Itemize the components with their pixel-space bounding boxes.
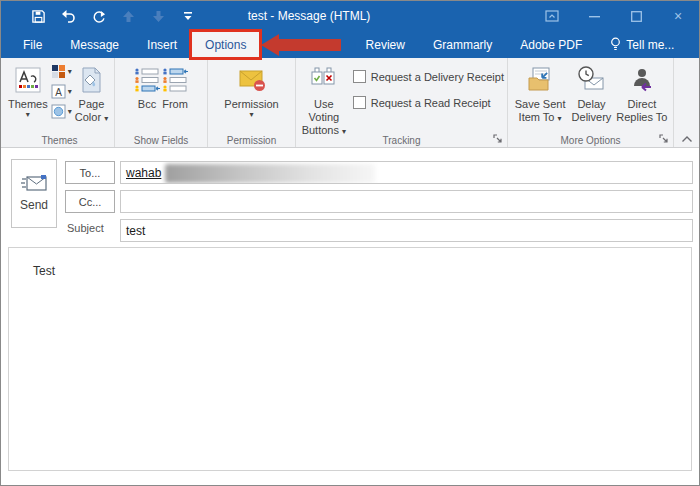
direct-label-line1: Direct	[628, 98, 657, 111]
bcc-icon	[133, 67, 161, 93]
bcc-label: Bcc	[138, 98, 156, 111]
themes-button[interactable]: Themes ▾	[8, 60, 48, 119]
direct-label-line2: Replies To	[616, 111, 667, 124]
undo-icon	[60, 9, 76, 23]
dropdown-caret: ▾	[26, 111, 30, 119]
window-title: test - Message (HTML)	[248, 9, 371, 23]
message-body[interactable]: Test	[8, 247, 692, 471]
body-text: Test	[33, 264, 55, 278]
previous-item-icon	[122, 10, 135, 23]
tab-review[interactable]: Review	[352, 31, 419, 58]
page-color-label-line2: Color ▾	[75, 111, 108, 124]
send-label: Send	[20, 198, 48, 212]
ribbon-group-show-fields: Bcc From Show Fields	[115, 58, 208, 147]
delivery-receipt-label: Request a Delivery Receipt	[371, 71, 504, 83]
to-button-label: To...	[80, 167, 101, 179]
more-options-dialog-launcher[interactable]	[659, 134, 669, 144]
dropdown-caret: ▾	[68, 108, 72, 116]
delivery-receipt-checkbox[interactable]	[353, 70, 366, 83]
save-icon	[31, 9, 46, 24]
read-receipt-checkbox[interactable]	[353, 96, 366, 109]
dropdown-caret: ▾	[249, 111, 253, 119]
tab-adobe-pdf[interactable]: Adobe PDF	[506, 31, 596, 58]
direct-replies-to-button[interactable]: Direct Replies To	[614, 60, 670, 124]
tab-options[interactable]: Options	[191, 31, 260, 58]
to-button[interactable]: To...	[65, 161, 115, 184]
ribbon-group-more-options: Save Sent Item To ▾ Delay Delivery Direc…	[508, 58, 674, 147]
lightbulb-icon	[610, 37, 621, 52]
from-button[interactable]: From	[161, 60, 189, 111]
theme-effects-button[interactable]: ▾	[50, 102, 73, 121]
direct-replies-icon	[629, 67, 655, 93]
voting-label-line1: Use Voting	[299, 98, 349, 124]
collapse-ribbon-button[interactable]	[681, 135, 693, 143]
undo-button[interactable]	[55, 5, 81, 27]
compose-header: Send To... wahab Cc... Subject test	[1, 148, 699, 247]
collapse-ribbon-icon	[681, 135, 693, 143]
tracking-dialog-launcher[interactable]	[493, 134, 503, 144]
delay-label-line2: Delivery	[572, 111, 612, 124]
from-label: From	[162, 98, 188, 111]
permission-button[interactable]: Permission ▾	[224, 60, 278, 119]
from-icon	[161, 67, 189, 93]
read-receipt-option[interactable]: Request a Read Receipt	[353, 92, 504, 113]
tab-file[interactable]: File	[9, 31, 56, 58]
permission-group-label: Permission	[208, 135, 295, 146]
customize-qat-icon	[183, 11, 193, 21]
to-field[interactable]: wahab	[120, 161, 693, 184]
tab-grammarly[interactable]: Grammarly	[419, 31, 506, 58]
theme-fonts-icon: A	[51, 84, 66, 99]
tracking-checkboxes: Request a Delivery Receipt Request a Rea…	[353, 66, 504, 118]
bcc-button[interactable]: Bcc	[133, 60, 161, 111]
cc-button[interactable]: Cc...	[65, 190, 115, 213]
minimize-button[interactable]	[573, 1, 615, 31]
window-controls: ×	[531, 1, 699, 31]
theme-colors-icon	[51, 64, 66, 79]
save-button[interactable]	[25, 5, 51, 27]
previous-item-button[interactable]	[115, 5, 141, 27]
redo-icon	[91, 9, 106, 24]
voting-buttons-icon	[310, 67, 338, 93]
dialog-launcher-icon	[659, 134, 669, 144]
page-color-button[interactable]: Page Color ▾	[75, 60, 108, 124]
send-button[interactable]: Send	[11, 159, 57, 228]
quick-access-toolbar	[25, 5, 201, 27]
delay-delivery-icon	[576, 66, 606, 94]
show-fields-group-label: Show Fields	[115, 135, 207, 146]
next-item-icon	[152, 10, 165, 23]
ribbon-group-tracking: Use Voting Buttons ▾ Request a Delivery …	[296, 58, 508, 147]
delay-label-line1: Delay	[577, 98, 605, 111]
read-receipt-label: Request a Read Receipt	[371, 97, 491, 109]
theme-variant-buttons: ▾ A ▾ ▾	[50, 62, 73, 121]
tab-insert[interactable]: Insert	[133, 31, 191, 58]
dialog-launcher-icon	[493, 134, 503, 144]
tab-tell-me[interactable]: Tell me...	[596, 31, 688, 58]
dropdown-caret: ▾	[68, 68, 72, 76]
ribbon-tab-bar: File Message Insert Options Format Text …	[1, 31, 699, 58]
customize-qat-button[interactable]	[175, 5, 201, 27]
use-voting-buttons-button[interactable]: Use Voting Buttons ▾	[299, 60, 349, 137]
delivery-receipt-option[interactable]: Request a Delivery Receipt	[353, 66, 504, 87]
delay-delivery-button[interactable]: Delay Delivery	[569, 60, 614, 124]
next-item-button[interactable]	[145, 5, 171, 27]
maximize-button[interactable]	[615, 1, 657, 31]
theme-fonts-button[interactable]: A ▾	[50, 82, 73, 101]
title-bar: test - Message (HTML) ×	[1, 1, 699, 31]
to-recipient: wahab	[126, 166, 161, 180]
tell-me-label: Tell me...	[626, 38, 674, 52]
theme-effects-icon	[51, 104, 66, 119]
close-button[interactable]: ×	[657, 1, 699, 31]
more-options-group-label: More Options	[508, 135, 673, 146]
subject-field[interactable]: test	[120, 219, 693, 242]
ribbon-display-options-button[interactable]	[531, 1, 573, 31]
redo-button[interactable]	[85, 5, 111, 27]
page-color-icon	[78, 66, 104, 94]
theme-colors-button[interactable]: ▾	[50, 62, 73, 81]
cc-button-label: Cc...	[79, 196, 102, 208]
cc-field[interactable]	[120, 190, 693, 213]
send-icon	[21, 175, 47, 193]
tab-message[interactable]: Message	[56, 31, 133, 58]
themes-group-label: Themes	[5, 135, 114, 146]
save-sent-icon	[525, 66, 555, 94]
save-sent-item-to-button[interactable]: Save Sent Item To ▾	[511, 60, 569, 124]
